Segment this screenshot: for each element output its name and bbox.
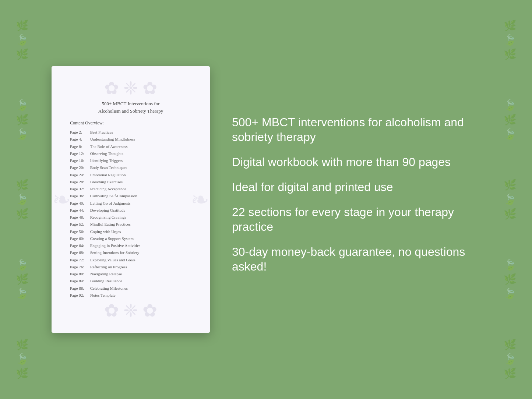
leaf-cluster: 🌿🍃🌿 — [504, 18, 517, 62]
document-preview: ✿ ❈ ✿ ❧ ❧ 500+ MBCT Interventions for Al… — [52, 66, 210, 333]
toc-item: Page 64: Engaging in Positive Activities — [70, 242, 195, 249]
toc-item: Page 76: Reflecting on Progress — [70, 264, 195, 271]
info-text: 30-day money-back guarantee, no question… — [232, 244, 480, 274]
info-text: 500+ MBCT interventions for alcoholism a… — [232, 115, 480, 144]
info-block-block2: Digital workbook with more than 90 pages — [232, 155, 480, 169]
doc-side-ornament-left: ❧ — [52, 187, 71, 213]
info-block-block5: 30-day money-back guarantee, no question… — [232, 244, 480, 274]
toc-item: Page 88: Celebrating Milestones — [70, 285, 195, 292]
info-block-block1: 500+ MBCT interventions for alcoholism a… — [232, 115, 480, 144]
document-title: 500+ MBCT Interventions for Alcoholism a… — [66, 100, 195, 114]
toc-item: Page 80: Navigating Relapse — [70, 271, 195, 278]
toc-item: Page 2: Best Practices — [70, 129, 195, 136]
toc-item: Page 84: Building Resilience — [70, 278, 195, 285]
leaf-cluster: 🌿🍃🌿 — [504, 338, 517, 381]
toc-item: Page 16: Identifying Triggers — [70, 157, 195, 164]
toc-item: Page 72: Exploring Values and Goals — [70, 257, 195, 264]
toc-item: Page 28: Breathing Exercises — [70, 179, 195, 186]
toc-item: Page 60: Creating a Support System — [70, 235, 195, 242]
toc-item: Page 4: Understanding Mindfulness — [70, 136, 195, 143]
info-panel: 500+ MBCT interventions for alcoholism a… — [232, 115, 480, 284]
toc-item: Page 20: Body Scan Techniques — [70, 164, 195, 171]
toc-item: Page 36: Cultivating Self-Compassion — [70, 193, 195, 200]
info-text: Digital workbook with more than 90 pages — [232, 155, 480, 169]
toc-item: Page 92: Notes Template — [70, 292, 195, 299]
leaf-cluster: 🌿🍃🌿 — [16, 338, 29, 381]
info-block-block3: Ideal for digital and printed use — [232, 180, 480, 194]
toc-item: Page 24: Emotional Regulation — [70, 172, 195, 179]
doc-decoration-bottom: ✿ ❈ ✿ — [66, 302, 195, 319]
toc-item: Page 44: Developing Gratitude — [70, 207, 195, 214]
toc-list: Page 2: Best PracticesPage 4: Understand… — [70, 129, 195, 299]
toc-item: Page 68: Setting Intentions for Sobriety — [70, 249, 195, 256]
toc-item: Page 8: The Role of Awareness — [70, 143, 195, 150]
toc-item: Page 48: Recognizing Cravings — [70, 214, 195, 221]
toc-item: Page 40: Letting Go of Judgments — [70, 200, 195, 207]
toc-item: Page 32: Practicing Acceptance — [70, 186, 195, 193]
main-content: ✿ ❈ ✿ ❧ ❧ 500+ MBCT Interventions for Al… — [0, 66, 532, 333]
info-text: 22 sections for every stage in your ther… — [232, 205, 480, 234]
toc-item: Page 52: Mindful Eating Practices — [70, 221, 195, 228]
doc-decoration-top: ✿ ❈ ✿ — [66, 80, 195, 97]
info-text: Ideal for digital and printed use — [232, 180, 480, 194]
leaf-cluster: 🌿🍃🌿 — [16, 18, 29, 62]
toc-item: Page 56: Coping with Urges — [70, 228, 195, 235]
document-wrapper: ✿ ❈ ✿ ❧ ❧ 500+ MBCT Interventions for Al… — [52, 66, 210, 333]
toc-section-label: Content Overview: — [70, 120, 195, 126]
toc-item: Page 12: Observing Thoughts — [70, 150, 195, 157]
info-block-block4: 22 sections for every stage in your ther… — [232, 205, 480, 234]
